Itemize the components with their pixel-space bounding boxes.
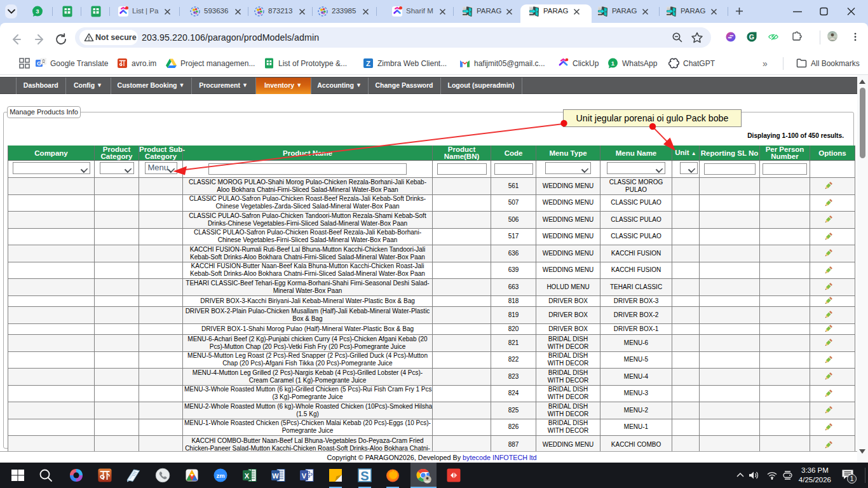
svg-text:X: X	[245, 472, 250, 480]
svg-text:S: S	[360, 469, 369, 483]
svg-text:3: 3	[36, 8, 39, 15]
svg-text:V: V	[302, 472, 307, 480]
svg-text:Z: Z	[366, 60, 370, 67]
svg-text:1: 1	[611, 60, 615, 67]
svg-text:W: W	[272, 472, 279, 480]
svg-text:G: G	[749, 33, 754, 41]
svg-text:zm: zm	[216, 472, 224, 479]
